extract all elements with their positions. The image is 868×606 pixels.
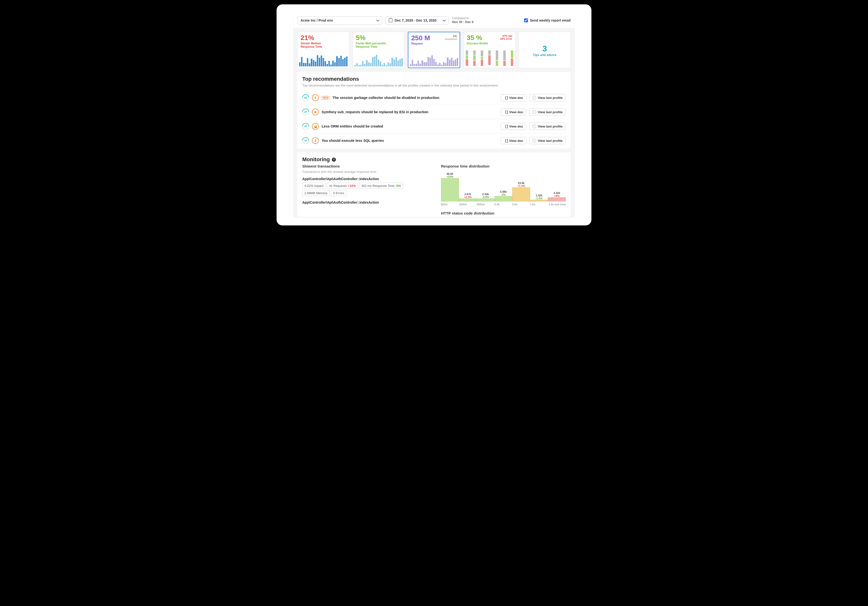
weekly-report-label: Send weekly report email [530,19,570,22]
transaction-chips: 4.02% impact41 Requests +10%302 ms Respo… [302,183,431,196]
distribution-bar[interactable]: 2.67k +2.3% [459,172,477,202]
recommendation-title: Symfony sub_requests should be replaced … [322,110,498,114]
transaction-name: App\Controller\Api\AuthController::index… [302,177,431,181]
profile-target-icon [532,110,536,114]
book-icon [504,139,508,142]
bar-value: 4.32k [553,191,560,194]
distribution-bar[interactable]: 66.6k +10% [441,172,459,202]
book-icon [504,125,508,128]
monitoring-title-text: Monitoring [302,156,330,163]
kpi-card-blue[interactable]: 21% Slower MedianResponse Time [298,32,349,68]
recommendation-row: 47 ⦀ You should execute less SQL queries… [302,134,566,148]
slowest-hint: Transactions with the slowest average re… [302,170,431,174]
kpi-stat: 47% fail18% error [500,34,512,40]
axis-label: 0.8s [512,203,530,206]
axis-label: 0.4s [494,203,513,206]
transaction-item[interactable]: App\Controller\Api\AuthController::index… [302,177,431,196]
sparkline [410,52,458,66]
view-doc-button[interactable]: View doc [501,94,526,101]
kpi-label: Success Builds [467,42,512,45]
bar-value: 5.98k [500,190,507,193]
bar-fill [477,199,494,202]
weekly-report-checkbox[interactable] [524,19,528,22]
bar-delta: -2% [501,193,506,196]
bar-fill [494,196,513,202]
view-last-profile-button[interactable]: View last profile [529,123,566,130]
profile-target-icon [532,124,536,128]
star-icon: ★ [312,109,319,115]
environment-label: Acme Inc / Prod env [301,19,333,22]
sparkline [299,52,347,67]
axis-label: 100ms [459,203,477,206]
bar-fill [441,178,459,202]
recommendations-title: Top recommendations [302,76,566,82]
bar-delta: +9% [554,194,560,197]
new-badge: NEW [322,96,330,99]
axis-label: 1.6s and more [548,203,566,206]
bar-fill [512,187,530,202]
view-last-profile-button[interactable]: View last profile [529,94,566,101]
transaction-item[interactable]: App\Controller\Api\AuthController::index… [302,200,431,204]
response-time-chart: 66.6k +10% 2.67k +2.3% 2.34k -3.6% 5.98k… [441,170,566,202]
metric-chip: 4.02% impact [302,183,326,189]
help-icon[interactable]: ? [332,158,336,162]
recommendation-count-ring: 47 [302,123,309,130]
recommendation-title: Less ORM entities should be created [322,124,498,128]
kpi-card-builds[interactable]: 35 % Success Builds47% fail18% error [463,32,515,68]
distribution-bar[interactable]: 1.32k -1.5% [530,172,548,202]
kpi-card-tips[interactable]: 3 Tips and advice [519,32,570,68]
view-last-profile-button[interactable]: View last profile [529,137,566,144]
distribution-heading: Response time distribution [441,164,566,168]
metric-chip: 302 ms Response Time -5% [359,183,403,189]
date-range-label: Dec 7, 2020 - Dec 13, 2020 [395,19,436,22]
distribution-bar[interactable]: 23.6k +7.2% [512,172,530,202]
distribution-bar[interactable]: 2.34k -3.6% [477,172,494,202]
chevron-down-icon [442,18,446,22]
kpi-card-teal[interactable]: 5% Faster 96th percentileResponse Time [353,32,405,68]
transaction-name: App\Controller\Api\AuthController::index… [302,200,431,204]
metric-chip: 2.89MB Memory [302,190,330,196]
kpi-value: 21% [301,34,346,41]
compared-range: Nov 30 - Dec 6 [452,20,473,24]
monitoring-title: Monitoring ? [302,156,566,163]
bar-value: 23.6k [518,182,525,185]
kpi-label: Request [411,42,457,45]
bar-delta: -3.6% [482,196,489,199]
environment-select[interactable]: Acme Inc / Prod env [298,16,382,25]
recommendations-subtitle: Top recommendations are the most detecte… [302,84,566,87]
kpi-row: 21% Slower MedianResponse Time5% Faster … [293,28,575,72]
bar-fill [548,197,566,202]
recommendation-row: 47 ★ Symfony sub_requests should be repl… [302,105,566,119]
recommendation-title: You should execute less SQL queries [322,139,498,143]
kpi-stat: 1%monitored [445,35,457,40]
recommendation-title: The session garbage collector should be … [333,96,498,99]
profile-target-icon [532,96,536,99]
view-doc-button[interactable]: View doc [501,109,526,116]
recommendations-card: Top recommendations Top recommendations … [298,72,570,149]
date-range-select[interactable]: Dec 7, 2020 - Dec 13, 2020 [386,16,448,25]
view-doc-button[interactable]: View doc [501,137,526,144]
recommendation-row: 47 🔒 Less ORM entities should be created… [302,119,566,134]
bars-icon: ⦀ [312,137,319,144]
recommendation-count-ring: 47 [302,109,309,115]
distribution-bar[interactable]: 4.32k +9% [548,172,566,202]
view-doc-button[interactable]: View doc [501,123,526,130]
view-last-profile-button[interactable]: View last profile [529,108,566,116]
compared-label: Compared to [452,17,469,20]
axis-label: 50ms [441,203,459,206]
compared-to: Compared to Nov 30 - Dec 6 [452,17,473,24]
kpi-label: Tips and advice [533,53,556,57]
monitoring-card: Monitoring ? Slowest transactions Transa… [298,152,570,217]
distribution-bar[interactable]: 5.98k -2% [494,172,513,202]
lock-icon: 🔒 [312,123,319,130]
response-time-axis: 50ms100ms200ms0.4s0.8s1.6s1.6s and more [441,203,566,206]
metric-chip: 41 Requests +10% [327,183,358,189]
topbar: Acme Inc / Prod env Dec 7, 2020 - Dec 13… [293,13,575,28]
weekly-report-toggle[interactable]: Send weekly report email [524,19,570,22]
kpi-card-purple[interactable]: 250 M Request1%monitored [408,32,460,68]
bar-delta: +7.2% [517,185,525,187]
kpi-label: Slower MedianResponse Time [301,42,346,48]
bar-delta: +10% [446,175,453,178]
bar-value: 66.6k [446,172,453,175]
chevron-down-icon [376,18,380,22]
